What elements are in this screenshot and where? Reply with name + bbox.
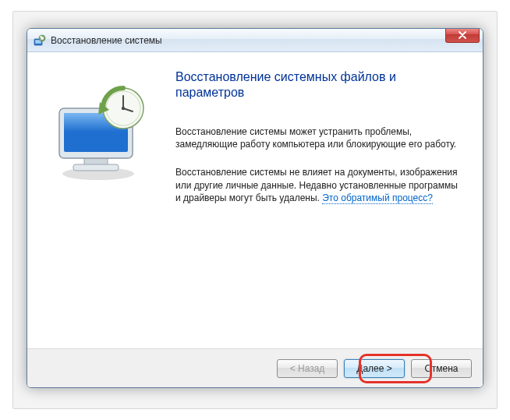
client-area: Восстановление системных файлов и параме… <box>27 52 483 387</box>
close-button[interactable] <box>445 28 480 43</box>
button-row: < Назад Далее > Отмена <box>27 348 483 387</box>
back-button[interactable]: < Назад <box>277 359 338 378</box>
titlebar: Восстановление системы <box>27 29 483 52</box>
svg-rect-6 <box>73 164 119 171</box>
svg-point-14 <box>122 107 125 110</box>
content-area: Восстановление системных файлов и параме… <box>27 52 483 348</box>
system-restore-icon <box>34 34 46 47</box>
text-column: Восстановление системных файлов и параме… <box>175 68 462 341</box>
reversible-process-link[interactable]: Это обратимый процесс? <box>322 192 433 204</box>
system-restore-dialog: Восстановление системы <box>27 28 483 388</box>
next-button[interactable]: Далее > <box>344 359 405 378</box>
intro-paragraph-2: Восстановление системы не влияет на доку… <box>175 166 462 204</box>
restore-illustration <box>48 68 157 341</box>
intro-paragraph-1: Восстановление системы может устранить п… <box>175 125 462 150</box>
page-heading: Восстановление системных файлов и параме… <box>175 69 462 101</box>
close-icon <box>458 31 467 39</box>
window-title: Восстановление системы <box>51 35 445 46</box>
cancel-button[interactable]: Отмена <box>411 359 472 378</box>
